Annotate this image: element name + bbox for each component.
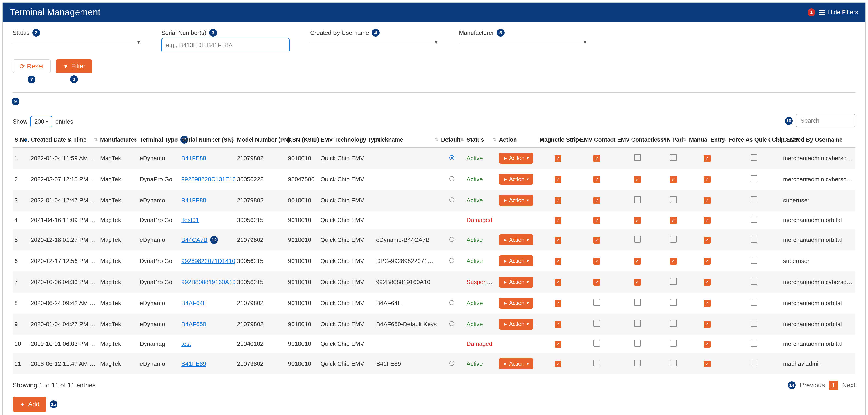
col-serial[interactable]: Serial Number (SN)⇅ [180, 132, 235, 148]
col-force[interactable]: Force As Quick Chip EMV⇅ [727, 132, 781, 148]
checkbox[interactable] [593, 320, 600, 327]
serial-link[interactable]: 99289822071D1410 [181, 257, 235, 265]
entries-select[interactable]: 200 [30, 116, 53, 128]
action-button[interactable]: ▶Action▾ [499, 297, 533, 309]
checkbox[interactable]: ✓ [555, 321, 561, 328]
checkbox[interactable] [670, 320, 677, 327]
action-button[interactable]: ▶Action▾ [499, 234, 533, 245]
checkbox[interactable]: ✓ [555, 217, 561, 224]
checkbox[interactable]: ✓ [555, 300, 561, 307]
checkbox[interactable]: ✓ [593, 155, 600, 162]
checkbox[interactable] [634, 340, 641, 347]
serial-link[interactable]: B44CA7B [181, 236, 207, 244]
serial-link[interactable]: B41FE88 [181, 155, 206, 162]
checkbox[interactable]: ✓ [593, 279, 600, 286]
checkbox[interactable]: ✓ [555, 237, 561, 244]
default-radio[interactable] [450, 361, 454, 366]
col-created-by[interactable]: Created By Username [781, 132, 856, 148]
checkbox[interactable]: ✓ [555, 341, 561, 348]
action-button[interactable]: ▶Action▾ [499, 255, 533, 266]
checkbox[interactable]: ✓ [670, 176, 677, 183]
action-button[interactable]: ▶Action▾ [499, 174, 533, 185]
checkbox[interactable] [670, 299, 677, 306]
checkbox[interactable] [751, 236, 757, 243]
action-button[interactable]: ▶Action▾ [499, 358, 533, 369]
checkbox[interactable]: ✓ [555, 279, 561, 286]
serial-link[interactable]: 992898220C131E10 [181, 176, 235, 183]
col-terminal-type[interactable]: Terminal Type 11 ⇅ [138, 132, 180, 148]
checkbox[interactable]: ✓ [704, 341, 711, 348]
checkbox[interactable]: ✓ [593, 176, 600, 183]
checkbox[interactable] [670, 278, 677, 285]
col-status[interactable]: Status⇅ [465, 132, 497, 148]
checkbox[interactable]: ✓ [593, 217, 600, 224]
checkbox[interactable]: ✓ [670, 258, 677, 265]
checkbox[interactable]: ✓ [634, 279, 641, 286]
checkbox[interactable] [593, 360, 600, 366]
action-button[interactable]: ▶Action▾ [499, 153, 533, 164]
checkbox[interactable]: ✓ [634, 176, 641, 183]
col-model[interactable]: Model Number (PN)⇅ [235, 132, 286, 148]
serial-link[interactable]: B41FE88 [181, 197, 206, 204]
checkbox[interactable] [670, 154, 677, 161]
created-by-select[interactable] [310, 38, 438, 43]
checkbox[interactable]: ✓ [555, 258, 561, 265]
serial-link[interactable]: B41FE89 [181, 360, 206, 368]
checkbox[interactable]: ✓ [593, 197, 600, 204]
checkbox[interactable]: ✓ [670, 217, 677, 224]
col-emv-contact[interactable]: EMV Contact⇅ [578, 132, 615, 148]
checkbox[interactable]: ✓ [704, 279, 711, 286]
checkbox[interactable]: ✓ [634, 258, 641, 265]
checkbox[interactable]: ✓ [704, 321, 711, 328]
checkbox[interactable]: ✓ [593, 237, 600, 244]
checkbox[interactable] [670, 340, 677, 347]
serial-link[interactable]: B4AF650 [181, 321, 206, 328]
checkbox[interactable] [751, 216, 757, 223]
col-created[interactable]: Created Date & Time⇅ [29, 132, 98, 148]
checkbox[interactable] [751, 257, 757, 264]
default-radio[interactable] [450, 155, 454, 160]
search-input[interactable] [796, 114, 856, 128]
default-radio[interactable] [450, 321, 454, 326]
status-select[interactable] [12, 38, 141, 43]
checkbox[interactable]: ✓ [593, 258, 600, 265]
checkbox[interactable] [751, 278, 757, 285]
checkbox[interactable] [751, 175, 757, 182]
col-manual[interactable]: Manual Entry⇅ [687, 132, 726, 148]
col-mag[interactable]: Magnetic Stripe⇅ [538, 132, 578, 148]
checkbox[interactable] [670, 360, 677, 366]
checkbox[interactable] [634, 320, 641, 327]
col-ksn[interactable]: KSN (KSID)⇅ [286, 132, 319, 148]
serial-link[interactable]: B4AF64E [181, 300, 207, 307]
checkbox[interactable] [751, 320, 757, 327]
checkbox[interactable] [670, 236, 677, 243]
hide-filters-link[interactable]: Hide Filters [828, 9, 858, 16]
checkbox[interactable]: ✓ [704, 360, 711, 368]
checkbox[interactable]: ✓ [555, 176, 561, 183]
checkbox[interactable]: ✓ [704, 197, 711, 204]
checkbox[interactable]: ✓ [704, 176, 711, 183]
col-manufacturer[interactable]: Manufacturer⇅ [98, 132, 138, 148]
col-nickname[interactable]: Nickname⇅ [374, 132, 439, 148]
checkbox[interactable] [751, 340, 757, 347]
serial-link[interactable]: test [181, 340, 191, 348]
default-radio[interactable] [450, 237, 454, 242]
checkbox[interactable] [634, 236, 641, 243]
default-radio[interactable] [450, 258, 454, 263]
checkbox[interactable] [751, 299, 757, 306]
checkbox[interactable]: ✓ [704, 300, 711, 307]
checkbox[interactable] [593, 299, 600, 306]
serial-link[interactable]: 992B808819160A10 [181, 279, 235, 286]
add-button[interactable]: ＋ Add [12, 397, 46, 412]
checkbox[interactable] [634, 299, 641, 306]
checkbox[interactable] [751, 154, 757, 161]
col-emv[interactable]: EMV Technology Type [319, 132, 374, 148]
pager-page-1[interactable]: 1 [829, 381, 838, 390]
checkbox[interactable]: ✓ [704, 258, 711, 265]
checkbox[interactable]: ✓ [555, 360, 561, 368]
manufacturer-select[interactable] [459, 38, 587, 43]
filter-button[interactable]: ▼ Filter [56, 59, 92, 73]
checkbox[interactable] [751, 360, 757, 366]
checkbox[interactable]: ✓ [704, 155, 711, 162]
action-button[interactable]: ▶Action▾ [499, 277, 533, 287]
